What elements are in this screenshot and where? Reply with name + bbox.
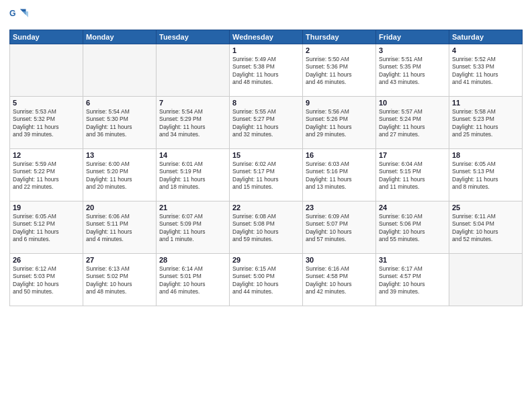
day-info: Sunrise: 6:02 AM Sunset: 5:17 PM Dayligh… bbox=[232, 161, 300, 191]
calendar-cell: 19Sunrise: 6:05 AM Sunset: 5:12 PM Dayli… bbox=[10, 201, 83, 254]
day-number: 9 bbox=[306, 99, 373, 107]
day-info: Sunrise: 5:53 AM Sunset: 5:32 PM Dayligh… bbox=[13, 108, 80, 139]
calendar-week-5: 26Sunrise: 6:12 AM Sunset: 5:03 PM Dayli… bbox=[10, 254, 523, 306]
calendar-cell: 23Sunrise: 6:09 AM Sunset: 5:07 PM Dayli… bbox=[303, 201, 376, 254]
day-info: Sunrise: 6:16 AM Sunset: 4:58 PM Dayligh… bbox=[306, 265, 373, 296]
day-number: 18 bbox=[452, 151, 519, 159]
header-cell-wednesday: Wednesday bbox=[230, 30, 303, 44]
day-number: 12 bbox=[13, 151, 80, 159]
calendar-cell: 7Sunrise: 5:54 AM Sunset: 5:29 PM Daylig… bbox=[157, 97, 230, 149]
calendar-cell: 11Sunrise: 5:58 AM Sunset: 5:23 PM Dayli… bbox=[449, 97, 523, 149]
day-number: 22 bbox=[232, 203, 300, 212]
calendar-cell: 5Sunrise: 5:53 AM Sunset: 5:32 PM Daylig… bbox=[10, 97, 83, 149]
day-info: Sunrise: 6:01 AM Sunset: 5:19 PM Dayligh… bbox=[159, 161, 226, 191]
day-info: Sunrise: 6:13 AM Sunset: 5:02 PM Dayligh… bbox=[86, 265, 153, 296]
day-number: 31 bbox=[379, 256, 446, 264]
day-number: 14 bbox=[159, 151, 226, 159]
header-cell-sunday: Sunday bbox=[10, 30, 83, 44]
header-cell-saturday: Saturday bbox=[449, 30, 523, 44]
calendar-week-2: 5Sunrise: 5:53 AM Sunset: 5:32 PM Daylig… bbox=[10, 97, 523, 149]
svg-marker-2 bbox=[22, 11, 28, 17]
calendar-cell: 10Sunrise: 5:57 AM Sunset: 5:24 PM Dayli… bbox=[376, 97, 449, 149]
calendar-cell: 20Sunrise: 6:06 AM Sunset: 5:11 PM Dayli… bbox=[83, 201, 157, 254]
day-info: Sunrise: 6:09 AM Sunset: 5:07 PM Dayligh… bbox=[306, 213, 373, 244]
calendar-cell: 2Sunrise: 5:50 AM Sunset: 5:36 PM Daylig… bbox=[303, 44, 376, 97]
day-info: Sunrise: 5:55 AM Sunset: 5:27 PM Dayligh… bbox=[232, 108, 300, 139]
calendar-cell: 27Sunrise: 6:13 AM Sunset: 5:02 PM Dayli… bbox=[83, 254, 157, 306]
calendar-cell: 1Sunrise: 5:49 AM Sunset: 5:38 PM Daylig… bbox=[230, 44, 303, 97]
header-cell-monday: Monday bbox=[83, 30, 157, 44]
day-number: 1 bbox=[232, 46, 300, 54]
header: G bbox=[9, 7, 523, 26]
header-cell-friday: Friday bbox=[376, 30, 449, 44]
day-number: 8 bbox=[232, 99, 300, 107]
header-cell-thursday: Thursday bbox=[303, 30, 376, 44]
calendar-week-1: 1Sunrise: 5:49 AM Sunset: 5:38 PM Daylig… bbox=[10, 44, 523, 97]
day-info: Sunrise: 6:17 AM Sunset: 4:57 PM Dayligh… bbox=[379, 265, 446, 296]
calendar-table: SundayMondayTuesdayWednesdayThursdayFrid… bbox=[9, 30, 523, 306]
day-number: 16 bbox=[306, 151, 373, 159]
day-info: Sunrise: 6:05 AM Sunset: 5:12 PM Dayligh… bbox=[13, 213, 80, 244]
day-number: 11 bbox=[452, 99, 519, 107]
day-info: Sunrise: 6:12 AM Sunset: 5:03 PM Dayligh… bbox=[13, 265, 80, 296]
day-number: 5 bbox=[13, 99, 80, 107]
calendar-cell: 17Sunrise: 6:04 AM Sunset: 5:15 PM Dayli… bbox=[376, 149, 449, 201]
calendar-cell: 22Sunrise: 6:08 AM Sunset: 5:08 PM Dayli… bbox=[230, 201, 303, 254]
day-number: 7 bbox=[159, 99, 226, 107]
day-info: Sunrise: 6:06 AM Sunset: 5:11 PM Dayligh… bbox=[86, 213, 153, 244]
day-number: 24 bbox=[379, 203, 446, 212]
day-number: 20 bbox=[86, 203, 153, 212]
day-info: Sunrise: 5:51 AM Sunset: 5:35 PM Dayligh… bbox=[379, 56, 446, 87]
day-number: 25 bbox=[452, 203, 519, 212]
calendar-cell: 15Sunrise: 6:02 AM Sunset: 5:17 PM Dayli… bbox=[230, 149, 303, 201]
day-info: Sunrise: 5:57 AM Sunset: 5:24 PM Dayligh… bbox=[379, 108, 446, 139]
day-number: 6 bbox=[86, 99, 153, 107]
day-number: 4 bbox=[452, 46, 519, 54]
calendar-cell: 16Sunrise: 6:03 AM Sunset: 5:16 PM Dayli… bbox=[303, 149, 376, 201]
calendar-cell: 14Sunrise: 6:01 AM Sunset: 5:19 PM Dayli… bbox=[157, 149, 230, 201]
day-number: 30 bbox=[306, 256, 373, 264]
day-info: Sunrise: 6:15 AM Sunset: 5:00 PM Dayligh… bbox=[232, 265, 300, 296]
day-number: 29 bbox=[232, 256, 300, 264]
calendar-cell: 28Sunrise: 6:14 AM Sunset: 5:01 PM Dayli… bbox=[157, 254, 230, 306]
calendar-cell bbox=[83, 44, 157, 97]
day-info: Sunrise: 6:11 AM Sunset: 5:04 PM Dayligh… bbox=[452, 213, 519, 244]
calendar-week-3: 12Sunrise: 5:59 AM Sunset: 5:22 PM Dayli… bbox=[10, 149, 523, 201]
calendar-cell: 8Sunrise: 5:55 AM Sunset: 5:27 PM Daylig… bbox=[230, 97, 303, 149]
logo-icon: G bbox=[9, 7, 28, 26]
day-number: 15 bbox=[232, 151, 300, 159]
day-number: 21 bbox=[159, 203, 226, 212]
logo: G bbox=[9, 7, 30, 26]
calendar-cell: 31Sunrise: 6:17 AM Sunset: 4:57 PM Dayli… bbox=[376, 254, 449, 306]
calendar-body: 1Sunrise: 5:49 AM Sunset: 5:38 PM Daylig… bbox=[10, 44, 523, 306]
day-info: Sunrise: 5:49 AM Sunset: 5:38 PM Dayligh… bbox=[232, 56, 300, 87]
day-info: Sunrise: 6:03 AM Sunset: 5:16 PM Dayligh… bbox=[306, 161, 373, 191]
day-info: Sunrise: 5:52 AM Sunset: 5:33 PM Dayligh… bbox=[452, 56, 519, 87]
day-info: Sunrise: 6:05 AM Sunset: 5:13 PM Dayligh… bbox=[452, 161, 519, 191]
calendar-cell: 12Sunrise: 5:59 AM Sunset: 5:22 PM Dayli… bbox=[10, 149, 83, 201]
day-number: 19 bbox=[13, 203, 80, 212]
calendar-cell: 4Sunrise: 5:52 AM Sunset: 5:33 PM Daylig… bbox=[449, 44, 523, 97]
calendar-cell: 26Sunrise: 6:12 AM Sunset: 5:03 PM Dayli… bbox=[10, 254, 83, 306]
calendar-cell: 9Sunrise: 5:56 AM Sunset: 5:26 PM Daylig… bbox=[303, 97, 376, 149]
calendar-cell: 6Sunrise: 5:54 AM Sunset: 5:30 PM Daylig… bbox=[83, 97, 157, 149]
day-info: Sunrise: 5:59 AM Sunset: 5:22 PM Dayligh… bbox=[13, 161, 80, 191]
day-number: 2 bbox=[306, 46, 373, 54]
svg-text:G: G bbox=[9, 9, 16, 18]
day-info: Sunrise: 6:14 AM Sunset: 5:01 PM Dayligh… bbox=[159, 265, 226, 296]
day-number: 26 bbox=[13, 256, 80, 264]
day-info: Sunrise: 6:04 AM Sunset: 5:15 PM Dayligh… bbox=[379, 161, 446, 191]
day-info: Sunrise: 6:10 AM Sunset: 5:06 PM Dayligh… bbox=[379, 213, 446, 244]
day-info: Sunrise: 5:50 AM Sunset: 5:36 PM Dayligh… bbox=[306, 56, 373, 87]
calendar-cell: 13Sunrise: 6:00 AM Sunset: 5:20 PM Dayli… bbox=[83, 149, 157, 201]
day-number: 13 bbox=[86, 151, 153, 159]
calendar-cell: 30Sunrise: 6:16 AM Sunset: 4:58 PM Dayli… bbox=[303, 254, 376, 306]
calendar-cell: 3Sunrise: 5:51 AM Sunset: 5:35 PM Daylig… bbox=[376, 44, 449, 97]
calendar-header-row: SundayMondayTuesdayWednesdayThursdayFrid… bbox=[10, 30, 523, 44]
calendar-cell: 18Sunrise: 6:05 AM Sunset: 5:13 PM Dayli… bbox=[449, 149, 523, 201]
calendar-week-4: 19Sunrise: 6:05 AM Sunset: 5:12 PM Dayli… bbox=[10, 201, 523, 254]
calendar-cell bbox=[157, 44, 230, 97]
calendar-cell bbox=[10, 44, 83, 97]
day-number: 10 bbox=[379, 99, 446, 107]
calendar-cell bbox=[449, 254, 523, 306]
